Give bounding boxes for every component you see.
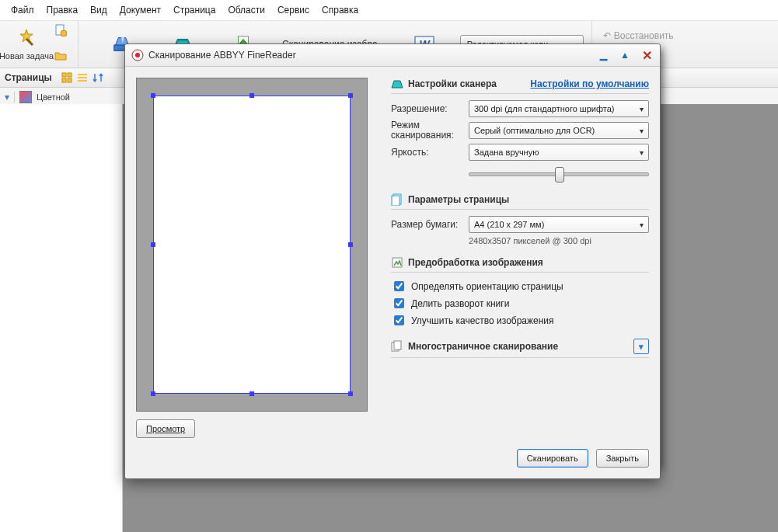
scanner-settings-section: Настройки сканера Настройки по умолчанию… <box>391 78 649 183</box>
menu-page[interactable]: Страница <box>167 3 222 17</box>
enhance-quality-label: Улучшить качество изображения <box>411 315 554 326</box>
preproc-section-icon <box>391 256 403 269</box>
scan-preview-page[interactable] <box>153 96 351 394</box>
svg-rect-13 <box>62 73 66 77</box>
scan-mode-select[interactable]: Серый (оптимально для OCR) ▾ <box>469 122 649 139</box>
menu-file[interactable]: Файл <box>5 3 40 17</box>
abbyy-app-icon <box>131 49 144 61</box>
preproc-heading: Предобработка изображения <box>408 257 543 268</box>
split-spread-checkbox[interactable]: Делить разворот книги <box>391 296 649 311</box>
menu-areas[interactable]: Области <box>222 3 271 17</box>
svg-rect-17 <box>78 74 87 75</box>
menu-view[interactable]: Вид <box>84 3 113 17</box>
sort-icon[interactable] <box>91 71 105 85</box>
scanner-heading: Настройки сканера <box>408 78 497 89</box>
window-maximize-icon[interactable]: ▲ <box>618 49 632 61</box>
menu-bar: Файл Правка Вид Документ Страница Област… <box>0 0 778 21</box>
resolution-label: Разрешение: <box>391 103 469 114</box>
enhance-quality-input[interactable] <box>394 315 404 325</box>
resolution-value: 300 dpi (для стандартного шрифта) <box>474 104 614 113</box>
brightness-value: Задана вручную <box>474 148 539 157</box>
paper-size-label: Размер бумаги: <box>391 219 469 230</box>
paper-size-select[interactable]: А4 (210 x 297 мм) ▾ <box>469 216 649 233</box>
undo-icon: ↶ <box>603 30 611 41</box>
chevron-down-icon: ▾ <box>640 221 644 229</box>
color-mode-icon <box>19 91 32 103</box>
panel-menu-icon[interactable]: ▾ <box>5 92 9 103</box>
dialog-title: Сканирование ABBYY FineReader <box>148 50 296 61</box>
pages-title: Страницы <box>5 72 58 83</box>
chevron-down-icon: ▾ <box>640 127 644 135</box>
preview-button[interactable]: Просмотр <box>136 419 195 438</box>
svg-rect-16 <box>68 78 72 82</box>
svg-marker-22 <box>392 81 403 88</box>
expand-multiscan-button[interactable]: ▾ <box>633 339 649 354</box>
page-heading: Параметры страницы <box>408 194 509 205</box>
scan-button[interactable]: Сканировать <box>517 449 588 468</box>
wand-star-icon <box>16 28 37 50</box>
chevron-down-icon: ▾ <box>640 148 644 157</box>
defaults-link[interactable]: Настройки по умолчанию <box>530 78 649 89</box>
multiscan-section: Многостраничное сканирование ▾ <box>391 339 649 358</box>
svg-rect-18 <box>78 77 87 78</box>
svg-rect-14 <box>68 73 72 77</box>
detect-orientation-checkbox[interactable]: Определять ориентацию страницы <box>391 279 649 294</box>
preprocessing-section: Предобработка изображения Определять ори… <box>391 256 649 328</box>
folder-open-icon <box>54 50 67 64</box>
multiscan-section-icon <box>391 340 403 353</box>
scan-mode-value: Серый (оптимально для OCR) <box>474 126 595 135</box>
enhance-quality-checkbox[interactable]: Улучшить качество изображения <box>391 313 649 328</box>
slider-thumb[interactable] <box>555 167 564 183</box>
brightness-select[interactable]: Задана вручную ▾ <box>469 144 649 161</box>
window-close-icon[interactable]: ✕ <box>640 49 654 61</box>
scan-preview-frame <box>136 78 368 412</box>
thumbs-grid-icon[interactable] <box>60 71 74 85</box>
pixels-hint: 2480x3507 пикселей @ 300 dpi <box>469 236 649 245</box>
color-mode-label: Цветной <box>37 92 70 102</box>
window-minimize-icon[interactable]: ▁ <box>596 49 610 61</box>
menu-document[interactable]: Документ <box>113 3 167 17</box>
open-button[interactable] <box>50 47 72 68</box>
thumbs-list-icon[interactable] <box>75 71 89 85</box>
svg-point-21 <box>135 53 140 57</box>
pages-panel <box>0 104 123 532</box>
menu-help[interactable]: Справка <box>316 3 365 17</box>
chevron-down-icon: ▾ <box>640 105 644 113</box>
resolution-select[interactable]: 300 dpi (для стандартного шрифта) ▾ <box>469 100 649 117</box>
menu-service[interactable]: Сервис <box>271 3 316 17</box>
dialog-titlebar[interactable]: Сканирование ABBYY FineReader ▁ ▲ ✕ <box>125 44 660 67</box>
scan-mode-label: Режим сканирования: <box>391 120 469 141</box>
detect-orientation-label: Определять ориентацию страницы <box>411 281 563 292</box>
brightness-slider[interactable] <box>469 165 649 183</box>
new-task-button[interactable]: Новая задача <box>6 23 47 65</box>
svg-rect-24 <box>392 196 399 206</box>
svg-rect-15 <box>62 78 66 82</box>
page-params-section: Параметры страницы Размер бумаги: А4 (21… <box>391 193 649 245</box>
brightness-label: Яркость: <box>391 147 469 158</box>
scanner-section-icon <box>391 78 403 90</box>
split-spread-input[interactable] <box>394 298 404 308</box>
scan-dialog: Сканирование ABBYY FineReader ▁ ▲ ✕ Прос… <box>124 43 661 479</box>
menu-edit[interactable]: Правка <box>40 3 85 17</box>
svg-rect-19 <box>78 80 87 82</box>
new-page-icon <box>54 24 67 39</box>
multiscan-heading: Многостраничное сканирование <box>408 341 558 352</box>
svg-rect-27 <box>394 341 401 349</box>
detect-orientation-input[interactable] <box>394 281 404 291</box>
close-button[interactable]: Закрыть <box>596 449 649 468</box>
svg-point-3 <box>61 30 67 37</box>
split-spread-label: Делить разворот книги <box>411 298 509 309</box>
restore-button[interactable]: ↶ Восстановить <box>600 30 677 41</box>
new-task-label: Новая задача <box>0 51 54 61</box>
paper-size-value: А4 (210 x 297 мм) <box>474 220 544 229</box>
page-section-icon <box>391 193 403 206</box>
restore-label: Восстановить <box>614 30 674 41</box>
new-document-button[interactable] <box>50 22 72 42</box>
